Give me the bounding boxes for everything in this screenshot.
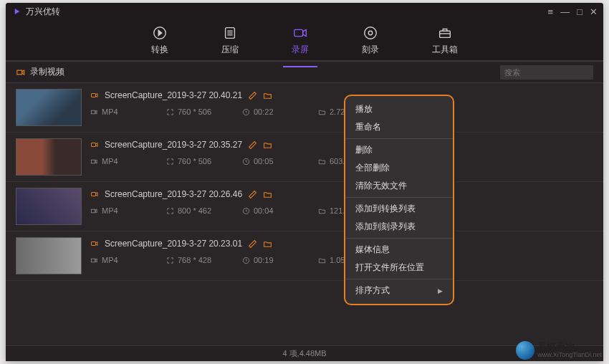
minimize-button[interactable]: —	[560, 7, 570, 16]
status-summary: 4 项,4.48MB	[282, 348, 326, 359]
file-name: ScreenCapture_2019-3-27 20.23.01	[105, 239, 242, 249]
folder-icon[interactable]	[263, 91, 272, 100]
size-folder-icon	[318, 158, 326, 166]
globe-icon	[516, 341, 534, 360]
svg-rect-5	[294, 29, 303, 36]
resolution-icon	[166, 108, 174, 116]
menu-separator	[345, 238, 453, 239]
svg-rect-20	[92, 242, 96, 246]
maximize-button[interactable]: □	[577, 7, 582, 16]
menu-media-info[interactable]: 媒体信息	[345, 241, 453, 259]
menu-sort-by[interactable]: 排序方式▶	[345, 282, 453, 300]
file-name: ScreenCapture_2019-3-27 20.26.46	[105, 189, 242, 199]
file-resolution: 800 * 462	[178, 206, 211, 215]
file-resolution: 768 * 428	[178, 256, 211, 264]
watermark-name: 系统天地	[537, 342, 602, 352]
edit-icon[interactable]	[248, 190, 257, 199]
svg-rect-18	[91, 209, 95, 213]
svg-rect-12	[91, 110, 95, 114]
main-nav: 转换 压缩 录屏 刻录 工具箱	[6, 20, 603, 62]
menu-rename[interactable]: 重命名	[345, 118, 453, 136]
svg-rect-15	[91, 160, 95, 163]
file-duration: 00:19	[254, 256, 274, 264]
svg-rect-8	[440, 31, 451, 37]
svg-rect-14	[92, 143, 96, 147]
thumbnail[interactable]	[16, 138, 82, 176]
list-item[interactable]: ScreenCapture_2019-3-27 20.40.21 MP4 760…	[6, 83, 603, 133]
status-bar: 4 项,4.48MB	[6, 345, 603, 361]
list-item[interactable]: ScreenCapture_2019-3-27 20.23.01 MP4 768…	[6, 231, 603, 281]
nav-convert[interactable]: 转换	[145, 21, 174, 60]
format-icon	[90, 108, 98, 116]
folder-icon[interactable]	[263, 140, 272, 150]
list-item[interactable]: ScreenCapture_2019-3-27 20.26.46 MP4 800…	[6, 182, 603, 231]
compress-icon	[222, 25, 238, 41]
folder-icon[interactable]	[263, 190, 272, 199]
burn-icon	[363, 25, 378, 41]
watermark-url: www.XiTongTianDi.net	[537, 352, 602, 359]
menu-separator	[345, 138, 453, 139]
menu-separator	[345, 279, 453, 279]
menu-play[interactable]: 播放	[345, 100, 453, 118]
chevron-right-icon: ▶	[438, 287, 443, 294]
nav-label: 录屏	[292, 44, 309, 56]
clock-icon	[242, 207, 250, 215]
close-button[interactable]: ✕	[590, 7, 598, 16]
file-resolution: 760 * 506	[178, 157, 211, 166]
file-name: ScreenCapture_2019-3-27 20.40.21	[105, 90, 242, 100]
toolbox-icon	[437, 25, 453, 41]
app-window: 万兴优转 ≡ — □ ✕ 转换 压缩 录屏	[6, 3, 603, 361]
folder-icon[interactable]	[263, 239, 272, 249]
file-duration: 00:04	[254, 206, 274, 215]
nav-compress[interactable]: 压缩	[216, 21, 244, 60]
format-icon	[90, 257, 98, 264]
size-folder-icon	[318, 207, 326, 215]
camera-icon	[90, 91, 99, 100]
clock-icon	[242, 108, 250, 116]
edit-icon[interactable]	[248, 239, 257, 249]
svg-point-6	[365, 27, 377, 39]
menu-icon[interactable]: ≡	[548, 7, 554, 16]
menu-delete-all[interactable]: 全部删除	[345, 159, 453, 177]
menu-add-to-burn[interactable]: 添加到刻录列表	[345, 218, 453, 236]
file-format: MP4	[102, 206, 118, 215]
resolution-icon	[166, 257, 174, 264]
camera-icon	[16, 67, 26, 77]
section-title: 录制视频	[30, 66, 500, 78]
list-item[interactable]: ScreenCapture_2019-3-27 20.35.27 MP4 760…	[6, 133, 603, 182]
file-format: MP4	[102, 157, 118, 166]
nav-toolbox[interactable]: 工具箱	[426, 21, 464, 60]
thumbnail[interactable]	[16, 188, 82, 225]
subheader: 录制视频	[6, 62, 603, 83]
search-input[interactable]	[500, 65, 593, 80]
menu-delete[interactable]: 删除	[345, 141, 453, 159]
edit-icon[interactable]	[248, 91, 257, 100]
file-duration: 00:05	[254, 157, 274, 166]
watermark: 系统天地 www.XiTongTianDi.net	[516, 341, 602, 360]
file-name: ScreenCapture_2019-3-27 20.35.27	[105, 140, 242, 150]
edit-icon[interactable]	[248, 140, 257, 150]
size-folder-icon	[318, 108, 326, 116]
file-resolution: 760 * 506	[178, 107, 211, 116]
file-format: MP4	[102, 256, 118, 264]
menu-add-to-convert[interactable]: 添加到转换列表	[345, 200, 453, 218]
file-format: MP4	[102, 107, 118, 116]
menu-clear-invalid[interactable]: 清除无效文件	[345, 177, 453, 195]
format-icon	[90, 158, 98, 166]
app-title: 万兴优转	[26, 6, 548, 18]
nav-burn[interactable]: 刻录	[356, 21, 385, 60]
titlebar: 万兴优转 ≡ — □ ✕	[6, 3, 603, 20]
menu-open-location[interactable]: 打开文件所在位置	[345, 259, 453, 277]
clock-icon	[242, 257, 250, 264]
file-duration: 00:22	[254, 107, 274, 116]
app-logo-icon	[11, 6, 21, 16]
resolution-icon	[166, 158, 174, 166]
file-list: ScreenCapture_2019-3-27 20.40.21 MP4 760…	[6, 83, 603, 345]
camera-icon	[90, 140, 99, 149]
nav-record[interactable]: 录屏	[286, 21, 315, 60]
thumbnail[interactable]	[16, 237, 82, 274]
svg-rect-17	[92, 193, 96, 196]
clock-icon	[242, 158, 250, 166]
thumbnail[interactable]	[16, 89, 82, 126]
context-menu: 播放 重命名 删除 全部删除 清除无效文件 添加到转换列表 添加到刻录列表 媒体…	[344, 95, 454, 305]
